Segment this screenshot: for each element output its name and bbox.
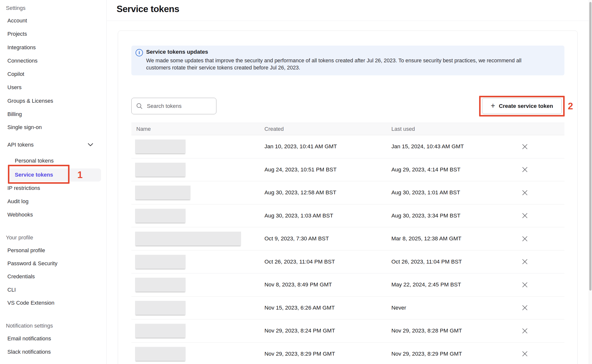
table-header: Name Created Last used (131, 123, 564, 135)
sidebar-section-settings: Settings (6, 5, 26, 11)
sidebar-item-credentials[interactable]: Credentials (7, 273, 35, 280)
sidebar-item-integrations[interactable]: Integrations (7, 44, 36, 51)
table-body: Jan 10, 2023, 10:41 AM GMT Jan 15, 2024,… (131, 135, 564, 364)
token-last-used: Aug 30, 2023, 1:01 AM BST (391, 189, 460, 196)
annotation-step-2: 2 (568, 101, 573, 112)
delete-token-button[interactable] (520, 257, 530, 267)
delete-token-button[interactable] (520, 234, 530, 244)
close-icon (522, 167, 528, 172)
search-input[interactable] (131, 98, 216, 114)
title-divider (107, 21, 589, 21)
settings-sidebar: Settings Account Projects Integrations C… (0, 0, 107, 364)
token-last-used: Jan 15, 2024, 10:43 AM GMT (391, 143, 464, 150)
create-service-token-button[interactable]: + Create service token (482, 98, 562, 114)
close-icon (522, 144, 528, 149)
sidebar-item-password-security[interactable]: Password & Security (7, 260, 57, 267)
table-row: Oct 26, 2023, 11:04 PM BST Oct 26, 2023,… (131, 250, 564, 274)
close-icon (522, 282, 528, 288)
token-created: Nov 15, 2023, 6:26 AM GMT (264, 305, 335, 311)
delete-token-button[interactable] (520, 211, 530, 221)
sidebar-item-api-tokens[interactable]: API tokens (7, 142, 34, 148)
delete-token-button[interactable] (520, 142, 530, 151)
sidebar-item-email-notifications[interactable]: Email notifications (7, 335, 51, 342)
table-row: Aug 24, 2023, 10:51 PM BST Aug 29, 2023,… (131, 158, 564, 182)
sidebar-item-slack-notifications[interactable]: Slack notifications (7, 349, 51, 355)
table-row: Nov 15, 2023, 6:26 AM GMT Never (131, 297, 564, 320)
token-last-used: Mar 8, 2025, 12:38 AM GMT (391, 235, 461, 242)
close-icon (522, 259, 528, 265)
column-header-last-used: Last used (391, 126, 415, 132)
sidebar-item-users[interactable]: Users (7, 84, 21, 91)
close-icon (522, 236, 528, 242)
page-title: Service tokens (117, 4, 179, 14)
sidebar-item-service-tokens[interactable]: Service tokens (15, 172, 53, 178)
token-last-used: Nov 29, 2023, 8:28 PM GMT (391, 328, 462, 334)
delete-token-button[interactable] (520, 165, 530, 175)
table-row: Jan 10, 2023, 10:41 AM GMT Jan 15, 2024,… (131, 135, 564, 158)
table-row: Aug 30, 2023, 1:03 AM BST Aug 30, 2023, … (131, 204, 564, 228)
token-last-used: Aug 30, 2023, 3:34 PM BST (391, 213, 460, 219)
create-service-token-label: Create service token (499, 103, 553, 109)
token-last-used: May 22, 2024, 2:45 PM BST (391, 281, 461, 288)
token-last-used: Aug 29, 2023, 4:14 PM BST (391, 166, 460, 173)
token-name-redacted (135, 301, 186, 315)
token-last-used: Never (391, 305, 406, 311)
token-last-used: Nov 29, 2023, 8:29 PM GMT (391, 351, 462, 357)
sidebar-item-cli[interactable]: CLI (7, 287, 16, 293)
sidebar-item-groups-licenses[interactable]: Groups & Licenses (7, 98, 53, 104)
info-banner: i Service tokens updates We made some up… (131, 46, 564, 75)
token-name-redacted (135, 278, 186, 292)
token-created: Nov 29, 2023, 8:29 PM GMT (264, 351, 335, 357)
token-name-redacted (135, 163, 186, 177)
annotation-step-1: 1 (77, 170, 83, 180)
banner-title: Service tokens updates (146, 49, 208, 55)
delete-token-button[interactable] (520, 188, 530, 198)
sidebar-item-ip-restrictions[interactable]: IP restrictions (7, 185, 40, 191)
sidebar-item-copilot[interactable]: Copilot (7, 71, 24, 77)
delete-token-button[interactable] (520, 349, 530, 359)
sidebar-item-account[interactable]: Account (7, 17, 27, 24)
token-name-redacted (135, 324, 186, 338)
token-created: Jan 10, 2023, 10:41 AM GMT (264, 143, 337, 150)
table-row: Oct 9, 2023, 7:30 AM BST Mar 8, 2025, 12… (131, 227, 564, 250)
banner-text-line2: customers rotate their service tokens cr… (146, 65, 300, 71)
sidebar-item-webhooks[interactable]: Webhooks (7, 212, 33, 218)
sidebar-item-vs-code-extension[interactable]: VS Code Extension (7, 300, 54, 306)
token-created: Aug 30, 2023, 12:58 AM BST (264, 189, 336, 196)
banner-text-line1: We made some updates that improve the se… (146, 58, 522, 64)
chevron-down-icon[interactable] (87, 142, 94, 147)
token-created: Aug 30, 2023, 1:03 AM BST (264, 213, 333, 219)
service-tokens-page: Settings Account Projects Integrations C… (0, 0, 592, 364)
token-last-used: Oct 26, 2023, 11:04 PM BST (391, 259, 462, 265)
sidebar-section-notification-settings: Notification settings (6, 323, 53, 329)
sidebar-section-your-profile: Your profile (6, 234, 33, 241)
sidebar-item-audit-log[interactable]: Audit log (7, 198, 29, 205)
delete-token-button[interactable] (520, 326, 530, 336)
token-name-redacted (135, 209, 186, 223)
token-name-redacted (135, 255, 186, 269)
token-created: Oct 26, 2023, 11:04 PM BST (264, 259, 335, 265)
info-circle-icon: i (136, 49, 143, 56)
close-icon (522, 190, 528, 196)
delete-token-button[interactable] (520, 280, 530, 290)
sidebar-item-projects[interactable]: Projects (7, 31, 27, 37)
token-name-redacted (135, 347, 186, 361)
token-name-redacted (135, 140, 186, 154)
sidebar-item-connections[interactable]: Connections (7, 58, 37, 64)
table-row: Nov 8, 2023, 8:49 PM GMT May 22, 2024, 2… (131, 273, 564, 297)
close-icon (522, 328, 528, 334)
close-icon (522, 213, 528, 218)
column-header-created: Created (264, 126, 284, 132)
token-created: Oct 9, 2023, 7:30 AM BST (264, 235, 329, 242)
sidebar-item-single-sign-on[interactable]: Single sign-on (7, 124, 42, 131)
token-created: Nov 29, 2023, 8:24 PM GMT (264, 328, 335, 334)
delete-token-button[interactable] (520, 303, 530, 313)
close-icon (522, 305, 528, 311)
sidebar-item-billing[interactable]: Billing (7, 111, 22, 117)
token-created: Aug 24, 2023, 10:51 PM BST (264, 166, 337, 173)
token-name-redacted (135, 186, 191, 200)
sidebar-item-personal-profile[interactable]: Personal profile (7, 247, 45, 254)
scrollbar-thumb[interactable] (589, 2, 592, 291)
sidebar-item-personal-tokens[interactable]: Personal tokens (15, 158, 54, 164)
table-row: Aug 30, 2023, 12:58 AM BST Aug 30, 2023,… (131, 181, 564, 204)
